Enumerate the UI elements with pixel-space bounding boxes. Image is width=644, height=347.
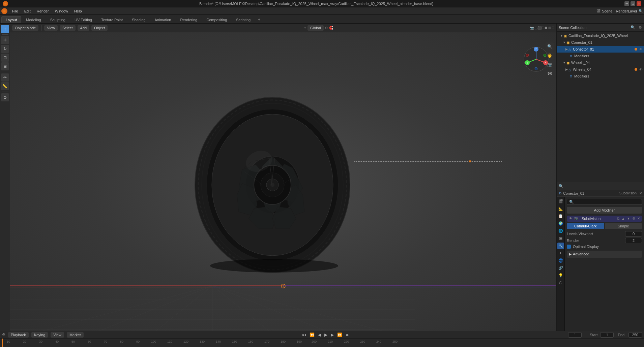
prev-keyframe-button[interactable]: ◀	[317, 332, 322, 338]
add-workspace-button[interactable]: +	[255, 16, 263, 23]
expand-icon-conector01[interactable]: ▼	[563, 41, 566, 44]
tab-scripting[interactable]: Scripting	[232, 16, 255, 23]
properties-close-icon[interactable]: ✕	[639, 191, 642, 195]
expand-icon-root[interactable]: ▼	[560, 34, 563, 37]
playback-menu[interactable]: Playback	[8, 332, 29, 338]
mode-selector[interactable]: Object Mode	[12, 25, 38, 31]
mod-move-up-icon[interactable]: ▲	[621, 217, 625, 220]
mod-settings-icon[interactable]: ⚙	[632, 217, 635, 220]
prop-tab-material[interactable]: ⬡	[557, 280, 564, 286]
wheel-object[interactable]	[185, 84, 360, 280]
optimal-display-checkbox[interactable]	[567, 245, 571, 249]
simple-button[interactable]: Simple	[605, 223, 642, 229]
render-icon-wheels04[interactable]: 👁	[639, 68, 643, 71]
prop-tab-modifiers[interactable]: 🔧	[557, 243, 564, 249]
outliner-row-conector01-mesh[interactable]: ▶ △ Conector_01 👁	[557, 46, 644, 53]
proportional-edit-icon[interactable]: ⊙	[325, 26, 328, 30]
xray-icon[interactable]: ⊡	[552, 26, 554, 30]
prev-frame-button[interactable]: ⏪	[309, 332, 316, 338]
prop-tab-scene[interactable]: 🌍	[557, 220, 564, 227]
tool-move[interactable]: ✛	[1, 36, 9, 44]
next-keyframe-button[interactable]: ▶	[330, 332, 335, 338]
render-value[interactable]: 2	[625, 238, 642, 243]
tool-rotate[interactable]: ↻	[1, 45, 9, 53]
mod-render-icon[interactable]: 📷	[574, 217, 578, 220]
tab-modeling[interactable]: Modeling	[22, 16, 46, 23]
outliner-filter-icon[interactable]: ⚙	[639, 25, 642, 30]
jump-start-button[interactable]: ⏮	[301, 332, 307, 338]
minimize-button[interactable]: ─	[624, 1, 629, 6]
menu-file[interactable]: File	[9, 8, 21, 14]
prop-tab-view-layer[interactable]: 📋	[557, 213, 564, 220]
outliner-row-conector01-col[interactable]: ▼ ▣ Conector_01	[557, 39, 644, 46]
end-frame-input[interactable]	[628, 332, 642, 338]
mod-move-down-icon[interactable]: ▼	[627, 217, 630, 220]
catmull-clark-button[interactable]: Catmull-Clark	[567, 223, 604, 229]
play-button[interactable]: ▶	[323, 332, 328, 338]
mod-duplicate-icon[interactable]: ⧉	[617, 217, 619, 221]
tab-compositing[interactable]: Compositing	[202, 16, 231, 23]
outliner-row-wheels04-col[interactable]: ▼ ▣ Wheels_04	[557, 59, 644, 66]
modifier-search-input[interactable]	[567, 199, 642, 205]
search-icon[interactable]: 🔍	[639, 9, 643, 13]
viewport[interactable]: Object Mode View Select Add Object ⌖ Glo…	[10, 24, 556, 331]
prop-tab-physics[interactable]: 🌀	[557, 257, 564, 264]
properties-search-icon[interactable]: 🔍	[559, 184, 563, 188]
add-modifier-button[interactable]: Add Modifier	[567, 207, 642, 214]
tab-texture-paint[interactable]: Texture Paint	[97, 16, 127, 23]
mod-vis-icon[interactable]: 👁	[569, 217, 572, 220]
outliner-row-root[interactable]: ▼ ▣ Cadillac_Escalade_IQ_2025_Wheel	[557, 32, 644, 39]
outliner-row-modifiers-2[interactable]: ⚙ Modifiers	[557, 73, 644, 80]
close-button[interactable]: ✕	[637, 1, 641, 6]
tab-sculpting[interactable]: Sculpting	[46, 16, 70, 23]
keying-menu[interactable]: Keying	[31, 332, 48, 338]
outliner-search-icon[interactable]: 🔍	[631, 25, 635, 30]
view-menu[interactable]: View	[44, 25, 58, 31]
tab-animation[interactable]: Animation	[150, 16, 176, 23]
viewport-dot-wheels04[interactable]	[635, 68, 637, 71]
select-menu[interactable]: Select	[60, 25, 76, 31]
current-frame-input[interactable]: 1	[568, 332, 582, 338]
menu-help[interactable]: Help	[71, 8, 85, 14]
menu-render[interactable]: Render	[34, 8, 52, 14]
start-frame-input[interactable]	[600, 332, 614, 338]
timeline-body[interactable]: 10 20 30 40 50 60 70 80 90 100 110 120 1…	[0, 339, 644, 347]
prop-tab-particles[interactable]: ✦	[557, 250, 564, 257]
tab-layout[interactable]: Layout	[1, 16, 21, 23]
levels-viewport-value[interactable]: 0	[625, 231, 642, 236]
transform-global[interactable]: Global	[308, 25, 324, 31]
expand-icon-wheels04-mesh[interactable]: ▶	[565, 68, 568, 71]
tool-transform[interactable]: ⊞	[1, 62, 9, 70]
prop-tab-output[interactable]: 📐	[557, 206, 564, 212]
tool-object-origin[interactable]: ⊙	[1, 93, 9, 101]
tab-uv-editing[interactable]: UV Editing	[70, 16, 96, 23]
timeline-view-menu[interactable]: View	[51, 332, 64, 338]
navigation-gizmo[interactable]: Z X Y	[523, 46, 550, 73]
prop-tab-constraints[interactable]: 🔗	[557, 265, 564, 272]
render-icon-conector01[interactable]: 👁	[639, 48, 643, 51]
snap-icon[interactable]: 🧲	[329, 26, 333, 30]
prop-tab-world[interactable]: 🌐	[557, 228, 564, 234]
outliner-row-modifiers-1[interactable]: ⚙ Modifiers	[557, 53, 644, 59]
next-frame-button[interactable]: ⏩	[336, 332, 343, 338]
menu-window[interactable]: Window	[52, 8, 71, 14]
mod-delete-icon[interactable]: ✕	[637, 217, 640, 220]
tool-annotate[interactable]: ✏	[1, 73, 9, 82]
prop-tab-data[interactable]: 💡	[557, 272, 564, 279]
tool-measure[interactable]: 📏	[1, 82, 9, 90]
expand-icon-conector01-mesh[interactable]: ▶	[565, 48, 568, 51]
jump-end-button[interactable]: ⏭	[345, 332, 351, 338]
camera-icon[interactable]: 📷	[530, 26, 534, 30]
prop-tab-object[interactable]: ▣	[557, 235, 564, 242]
advanced-header[interactable]: ▶ Advanced	[567, 251, 642, 258]
marker-menu[interactable]: Marker	[67, 332, 84, 338]
tab-shading[interactable]: Shading	[127, 16, 150, 23]
tool-scale[interactable]: ⊡	[1, 54, 9, 62]
expand-icon-wheels04[interactable]: ▼	[563, 61, 566, 64]
add-menu[interactable]: Add	[78, 25, 90, 31]
tool-cursor[interactable]: ⊹	[1, 25, 9, 33]
menu-edit[interactable]: Edit	[22, 8, 33, 14]
object-menu[interactable]: Object	[91, 25, 108, 31]
overlay-icon[interactable]: ⊞	[548, 26, 551, 30]
tab-rendering[interactable]: Rendering	[176, 16, 202, 23]
